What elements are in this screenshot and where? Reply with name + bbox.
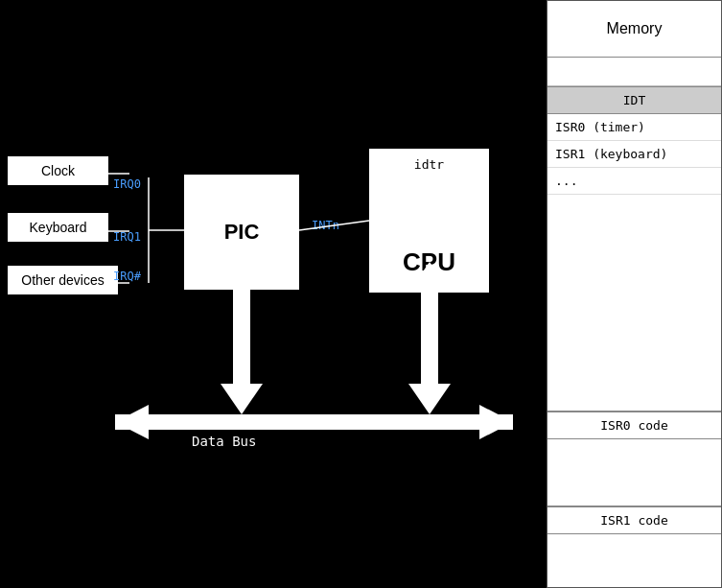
data-bus-label: Data Bus	[192, 434, 256, 449]
memory-top-empty	[547, 58, 721, 86]
memory-middle-empty	[547, 195, 721, 412]
memory-isr0-timer: ISR0 (timer)	[547, 114, 721, 141]
memory-ellipsis: ...	[547, 168, 721, 195]
other-devices-label: Other devices	[21, 272, 104, 288]
pic-box: PIC	[184, 175, 299, 290]
irq1-label: IRQ1	[113, 230, 141, 244]
cpu-label: CPU	[370, 247, 488, 277]
memory-title: Memory	[547, 1, 721, 58]
svg-marker-14	[479, 405, 513, 439]
other-devices: Other devices	[8, 266, 118, 294]
memory-isr0-code-area	[547, 439, 721, 506]
memory-isr0-code-label: ISR0 code	[547, 412, 721, 439]
clock-device: Clock	[8, 156, 108, 185]
idtr-label: idtr	[370, 157, 488, 172]
irqn-label: IRQ#	[113, 270, 141, 283]
svg-marker-13	[115, 405, 149, 439]
memory-isr1-keyboard: ISR1 (keyboard)	[547, 141, 721, 168]
svg-marker-11	[408, 384, 451, 414]
memory-isr1-code-label: ISR1 code	[547, 506, 721, 534]
memory-isr1-code-area	[547, 534, 721, 587]
intn-label: INTn	[312, 219, 339, 232]
pic-label: PIC	[224, 220, 260, 245]
clock-label: Clock	[41, 163, 75, 178]
cpu-box: idtr CPU	[369, 149, 489, 293]
keyboard-device: Keyboard	[8, 213, 108, 242]
memory-panel: Memory IDT ISR0 (timer) ISR1 (keyboard) …	[547, 0, 722, 588]
diagram-area: Clock Keyboard Other devices IRQ0 IRQ1 I…	[0, 0, 547, 588]
memory-idt-label: IDT	[547, 86, 721, 114]
svg-marker-8	[221, 384, 263, 414]
irq0-label: IRQ0	[113, 177, 141, 191]
keyboard-label: Keyboard	[30, 220, 87, 235]
